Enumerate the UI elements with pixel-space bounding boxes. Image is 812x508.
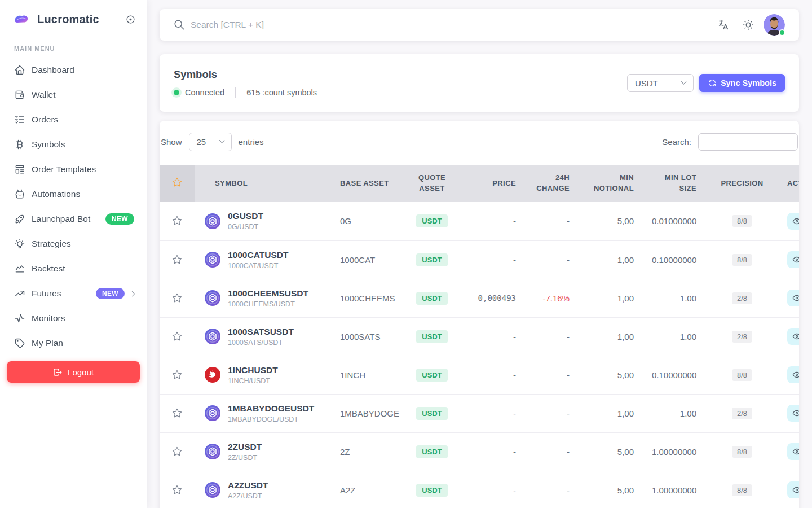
sidebar-item-2[interactable]: Orders	[0, 107, 147, 132]
favorite-star-icon[interactable]	[171, 445, 183, 458]
new-badge: NEW	[96, 288, 125, 299]
page-size-value: 25	[197, 137, 206, 147]
column-min-lot-size[interactable]: Min Lot Size	[647, 165, 710, 202]
column-precision[interactable]: Precision	[710, 165, 774, 202]
divider	[235, 87, 236, 98]
table-row-1: 1000CATUSDT 1000CAT/USDT 1000CAT USDT - …	[160, 240, 799, 279]
sidebar-item-10[interactable]: Monitors	[0, 306, 147, 331]
view-symbol-button[interactable]	[787, 328, 799, 345]
favorite-star-icon[interactable]	[171, 407, 183, 419]
column-favorite[interactable]	[160, 165, 195, 202]
column-quote-asset[interactable]: Quote Asset	[398, 165, 466, 202]
sync-symbols-label: Sync Symbols	[721, 78, 776, 87]
min-lot-size-cell: 0.10000000	[647, 356, 710, 394]
base-asset-cell: 2Z	[329, 432, 398, 471]
sidebar-item-11[interactable]: My Plan	[0, 331, 147, 356]
menu-item-icon	[14, 263, 25, 274]
quote-asset-select[interactable]: USDT	[627, 74, 694, 92]
eye-icon	[792, 370, 799, 380]
quote-asset-badge: USDT	[416, 330, 447, 343]
favorite-star-icon[interactable]	[171, 292, 183, 304]
menu-item-label: Wallet	[32, 90, 56, 100]
quote-asset-badge: USDT	[416, 253, 447, 266]
min-notional-cell: 5,00	[583, 202, 647, 240]
view-symbol-button[interactable]	[787, 213, 799, 230]
precision-badge: 8/8	[732, 254, 752, 266]
global-search-input[interactable]	[191, 20, 705, 30]
entries-label: entries	[239, 137, 264, 147]
column-24h-change[interactable]: 24h Change	[525, 165, 583, 202]
min-lot-size-cell: 1.00000000	[647, 471, 710, 508]
precision-badge: 8/8	[732, 446, 752, 458]
favorite-star-icon[interactable]	[171, 484, 183, 496]
sidebar-item-7[interactable]: Strategies	[0, 231, 147, 256]
sidebar-item-1[interactable]: Wallet	[0, 82, 147, 107]
column-actions: Actions	[774, 165, 799, 202]
column-min-notional[interactable]: Min Notional	[583, 165, 647, 202]
sidebar-item-4[interactable]: Order Templates	[0, 157, 147, 182]
column-price[interactable]: Price	[466, 165, 525, 202]
user-avatar[interactable]	[764, 14, 785, 36]
sidebar-item-0[interactable]: Dashboard	[0, 58, 147, 82]
sidebar-item-3[interactable]: Symbols	[0, 132, 147, 157]
menu-item-icon	[14, 313, 25, 324]
view-symbol-button[interactable]	[787, 366, 799, 383]
page-size-select[interactable]: 25	[189, 133, 232, 151]
sidebar-item-6[interactable]: Launchpad Bot NEW	[0, 207, 147, 231]
change-cell: -	[525, 471, 583, 508]
symbol-pair: 1000CAT/USDT	[228, 262, 288, 270]
sidebar-pin-toggle-icon[interactable]	[126, 15, 135, 24]
symbols-table: Symbol Base Asset Quote Asset Price 24h …	[160, 165, 799, 508]
view-symbol-button[interactable]	[787, 443, 799, 460]
symbol-pair: A2Z/USDT	[228, 492, 268, 500]
min-lot-size-cell: 1.00	[647, 279, 710, 317]
column-symbol[interactable]: Symbol	[195, 165, 329, 202]
sync-symbols-button[interactable]: Sync Symbols	[699, 74, 785, 92]
favorite-star-icon[interactable]	[171, 176, 183, 189]
symbol-pair: 0G/USDT	[228, 223, 263, 231]
generic-coin-icon	[205, 405, 220, 421]
sidebar-item-8[interactable]: Backtest	[0, 256, 147, 281]
light-mode-icon[interactable]	[742, 19, 754, 31]
favorite-star-icon[interactable]	[171, 253, 183, 266]
sidebar-item-5[interactable]: Automations	[0, 182, 147, 207]
eye-icon	[792, 331, 799, 341]
favorite-star-icon[interactable]	[171, 369, 183, 381]
menu-item-icon	[14, 189, 25, 200]
base-asset-cell: 0G	[329, 202, 398, 240]
table-search-input[interactable]	[698, 133, 798, 151]
generic-coin-icon	[205, 329, 220, 344]
change-cell: -	[525, 432, 583, 471]
price-cell: -	[466, 432, 525, 471]
favorite-star-icon[interactable]	[171, 214, 183, 227]
precision-badge: 2/8	[732, 331, 752, 343]
eye-icon	[792, 255, 799, 265]
view-symbol-button[interactable]	[787, 405, 799, 422]
view-symbol-button[interactable]	[787, 481, 799, 498]
view-symbol-button[interactable]	[787, 251, 799, 268]
main-content: Symbols Connected 615 :count symbols USD…	[147, 0, 812, 508]
menu-item-label: Dashboard	[32, 65, 74, 75]
logout-button[interactable]: Logout	[7, 361, 140, 383]
brand-name: Lucromatic	[37, 13, 99, 26]
min-notional-cell: 1,00	[583, 240, 647, 279]
min-notional-cell: 1,00	[583, 279, 647, 317]
quote-asset-badge: USDT	[416, 214, 447, 227]
column-base-asset[interactable]: Base Asset	[329, 165, 398, 202]
view-symbol-button[interactable]	[787, 290, 799, 306]
generic-coin-icon	[205, 252, 220, 268]
symbols-table-card: Show 25 entries Search:	[160, 121, 799, 508]
change-cell: -	[525, 240, 583, 279]
precision-badge: 8/8	[732, 369, 752, 381]
table-row-3: 1000SATSUSDT 1000SATS/USDT 1000SATS USDT…	[160, 317, 799, 356]
price-cell: -	[466, 356, 525, 394]
language-icon[interactable]	[717, 19, 730, 31]
new-badge: NEW	[105, 213, 134, 225]
min-notional-cell: 1,00	[583, 394, 647, 432]
sidebar-item-9[interactable]: Futures NEW	[0, 281, 147, 306]
favorite-star-icon[interactable]	[171, 330, 183, 343]
logout-icon	[53, 367, 63, 377]
symbols-count: 615 :count symbols	[246, 88, 317, 97]
sidebar-nav: Dashboard Wallet Orders Symbols	[0, 58, 147, 356]
quote-asset-badge: USDT	[416, 292, 447, 305]
